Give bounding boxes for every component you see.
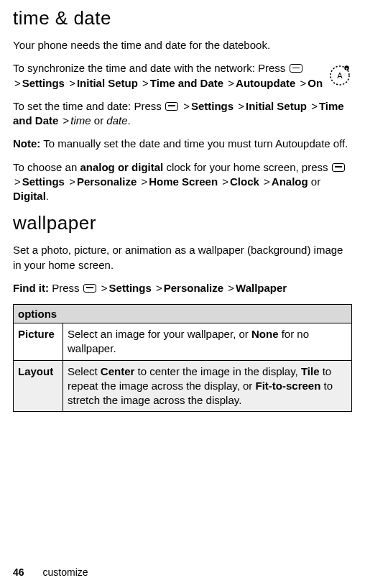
svg-text:+: + (346, 66, 348, 70)
path-autoupdate: Autoupdate (236, 77, 295, 89)
manual-page: time & date Your phone needs the time an… (0, 0, 365, 412)
value-time: time (70, 114, 91, 127)
path-settings: Settings (22, 175, 65, 188)
menu-key-icon (290, 64, 302, 73)
path-initial-setup: Initial Setup (77, 77, 138, 89)
path-digital: Digital (13, 190, 46, 202)
opt-picture: Picture (18, 328, 55, 340)
opt-layout-desc: Select Center to center the image in the… (63, 360, 352, 412)
value-center: Center (101, 365, 135, 377)
path-initial-setup: Initial Setup (246, 100, 307, 112)
note-autoupdate: Note: To manually set the date and time … (13, 137, 352, 151)
page-number: 46 (13, 566, 24, 578)
path-settings: Settings (109, 282, 152, 294)
path-time-and-date: Time and Date (150, 77, 223, 89)
sync-lead: To synchronize the time and date with th… (13, 62, 289, 74)
sync-instruction: To synchronize the time and date with th… (13, 61, 352, 91)
value-fit: Fit-to-screen (256, 380, 321, 392)
find-label: Find it: (13, 282, 49, 294)
path-settings: Settings (22, 77, 65, 89)
feature-badge-icon: + A (328, 63, 352, 87)
path-settings: Settings (191, 100, 234, 112)
path-clock: Clock (230, 175, 259, 188)
set-lead: To set the time and date: Press (13, 100, 165, 112)
set-instruction: To set the time and date: Press >Setting… (13, 99, 352, 129)
heading-time-date: time & date (13, 7, 352, 29)
value-tile: Tile (301, 365, 320, 377)
path-personalize: Personalize (77, 175, 137, 188)
menu-key-icon (165, 102, 178, 111)
path-on: On (308, 77, 323, 89)
options-table: options Picture Select an image for your… (13, 304, 352, 412)
svg-text:A: A (337, 71, 343, 80)
menu-key-icon (83, 284, 96, 293)
clock-instruction: To choose an analog or digital clock for… (13, 160, 352, 204)
path-home-screen: Home Screen (149, 175, 218, 188)
time-date-intro: Your phone needs the time and date for t… (13, 38, 352, 52)
page-footer: 46customize (13, 566, 88, 578)
footer-section: customize (43, 566, 88, 578)
note-label: Note: (13, 137, 40, 150)
note-text: To manually set the date and time you mu… (40, 137, 348, 150)
path-analog: Analog (272, 175, 308, 188)
path-wallpaper: Wallpaper (236, 282, 287, 294)
find-it-wallpaper: Find it: Press >Settings >Personalize >W… (13, 281, 352, 295)
opt-layout: Layout (18, 365, 53, 377)
opt-picture-desc: Select an image for your wallpaper, or N… (63, 323, 352, 361)
path-personalize: Personalize (164, 282, 223, 294)
menu-key-icon (332, 163, 345, 172)
value-none: None (251, 328, 279, 340)
table-row: Layout Select Center to center the image… (14, 360, 352, 412)
heading-wallpaper: wallpaper (13, 212, 352, 234)
clock-type: analog or digital (80, 161, 163, 173)
options-header: options (14, 305, 352, 323)
table-row: Picture Select an image for your wallpap… (14, 323, 352, 361)
value-date: date (106, 114, 127, 127)
wallpaper-intro: Set a photo, picture, or animation as a … (13, 243, 352, 272)
